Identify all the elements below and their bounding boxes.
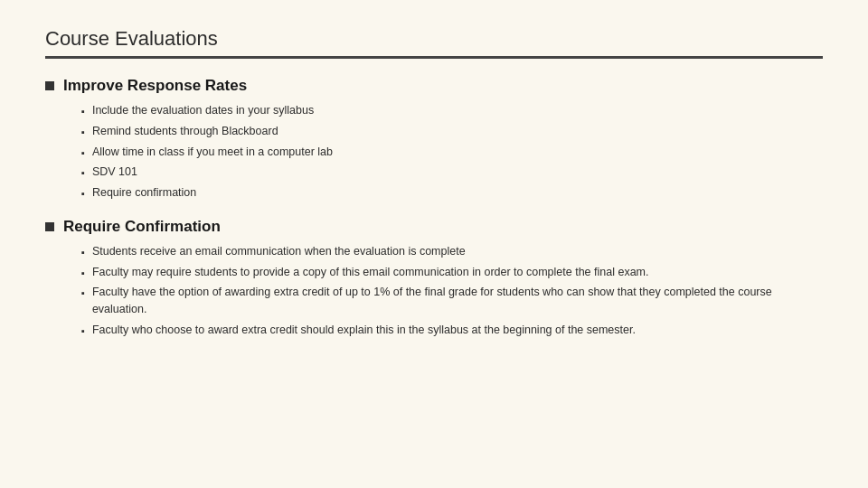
section-title: Improve Response Rates xyxy=(63,77,247,95)
list-item-text: Faculty have the option of awarding extr… xyxy=(92,284,823,318)
list-item-text: Include the evaluation dates in your syl… xyxy=(92,102,823,119)
sub-list-improve-response-rates: Include the evaluation dates in your syl… xyxy=(45,102,823,202)
sections-container: Improve Response RatesInclude the evalua… xyxy=(45,77,823,339)
list-item-text: SDV 101 xyxy=(92,164,823,181)
list-item-text: Faculty who choose to award extra credit… xyxy=(92,322,823,339)
list-item: Allow time in class if you meet in a com… xyxy=(81,144,823,161)
list-item-text: Students receive an email communication … xyxy=(92,243,823,260)
section-require-confirmation: Require ConfirmationStudents receive an … xyxy=(45,218,823,339)
list-item: Remind students through Blackboard xyxy=(81,123,823,140)
list-item: Include the evaluation dates in your syl… xyxy=(81,102,823,119)
list-item-text: Faculty may require students to provide … xyxy=(92,264,823,281)
list-item: SDV 101 xyxy=(81,164,823,181)
sub-list-require-confirmation: Students receive an email communication … xyxy=(45,243,823,339)
section-bullet-icon xyxy=(45,81,54,90)
list-item: Require confirmation xyxy=(81,184,823,202)
list-item-text: Allow time in class if you meet in a com… xyxy=(92,144,823,161)
list-item-text: Remind students through Blackboard xyxy=(92,123,823,140)
page-title: Course Evaluations xyxy=(45,27,823,51)
list-item: Faculty have the option of awarding extr… xyxy=(81,284,823,318)
section-header-require-confirmation: Require Confirmation xyxy=(45,218,823,236)
list-item: Students receive an email communication … xyxy=(81,243,823,260)
list-item: Faculty who choose to award extra credit… xyxy=(81,322,823,339)
section-improve-response-rates: Improve Response RatesInclude the evalua… xyxy=(45,77,823,202)
list-item: Faculty may require students to provide … xyxy=(81,264,823,281)
section-bullet-icon xyxy=(45,222,54,231)
title-divider xyxy=(45,56,823,59)
slide: Course Evaluations Improve Response Rate… xyxy=(0,0,868,488)
section-header-improve-response-rates: Improve Response Rates xyxy=(45,77,823,95)
section-title: Require Confirmation xyxy=(63,218,221,236)
list-item-text: Require confirmation xyxy=(92,184,823,202)
